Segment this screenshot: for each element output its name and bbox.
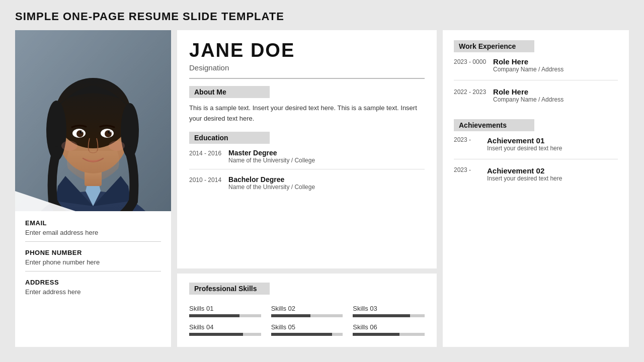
work-dates-0: 2023 - 0000: [454, 57, 486, 73]
resume-page: SIMPLE ONE-PAGE RESUME SLIDE TEMPLATE: [0, 0, 644, 362]
achievement-item-0: 2023 - Achievement 01 Insert your desire…: [454, 136, 618, 159]
edu-details-1: Bachelor Degree Name of the University /…: [228, 175, 315, 191]
achievement-title-0: Achievement 01: [487, 136, 562, 145]
profile-photo-area: [15, 30, 171, 211]
skill-item-5: Skills 06: [353, 323, 425, 336]
mid-top-panel: JANE DOE Designation About Me This is a …: [177, 30, 437, 268]
skill-item-2: Skills 03: [353, 305, 425, 317]
address-item: ADDRESS Enter address here: [25, 279, 161, 301]
edu-degree-1: Bachelor Degree: [228, 175, 315, 184]
edu-dates-1: 2010 - 2014: [189, 175, 221, 191]
skill-bar-fill-0: [189, 314, 239, 317]
work-dates-1: 2022 - 2023: [454, 87, 486, 103]
skill-bar-bg-4: [271, 333, 343, 336]
work-company-0: Company Name / Address: [493, 66, 564, 73]
skills-header: Professional Skills: [189, 283, 270, 295]
skill-item-1: Skills 02: [271, 305, 343, 317]
edu-school-0: Name of the University / College: [228, 157, 315, 164]
achievements-header: Achievements: [454, 119, 534, 131]
skill-name-4: Skills 05: [271, 323, 343, 331]
education-item-1: 2010 - 2014 Bachelor Degree Name of the …: [189, 175, 425, 196]
skill-bar-bg-5: [353, 333, 425, 336]
address-value: Enter address here: [25, 288, 161, 296]
work-details-0: Role Here Company Name / Address: [493, 57, 564, 73]
education-header: Education: [189, 132, 270, 144]
skill-name-0: Skills 01: [189, 305, 261, 312]
svg-point-20: [61, 141, 77, 151]
phone-value: Enter phone number here: [25, 258, 161, 266]
edu-details-0: Master Degree Name of the University / C…: [228, 149, 315, 164]
skill-item-0: Skills 01: [189, 305, 261, 317]
work-details-1: Role Here Company Name / Address: [493, 87, 564, 103]
work-item-0: 2023 - 0000 Role Here Company Name / Add…: [454, 57, 618, 80]
phone-item: PHONE NUMBER Enter phone number here: [25, 249, 161, 272]
svg-point-14: [76, 130, 84, 137]
skill-name-1: Skills 02: [271, 305, 343, 312]
resume-name: JANE DOE: [189, 40, 425, 61]
profile-photo: [15, 30, 171, 211]
address-label: ADDRESS: [25, 279, 161, 286]
skills-grid: Skills 01 Skills 02 Skills 03 Skills 04 …: [189, 305, 425, 338]
achievement-title-1: Achievement 02: [487, 166, 562, 175]
contact-info: EMAIL Enter email address here PHONE NUM…: [15, 211, 171, 347]
education-item-0: 2014 - 2016 Master Degree Name of the Un…: [189, 149, 425, 169]
edu-dates-0: 2014 - 2016: [189, 149, 221, 164]
edu-degree-0: Master Degree: [228, 149, 315, 157]
resume-designation: Designation: [189, 63, 425, 72]
achievements-section: Achievements 2023 - Achievement 01 Inser…: [454, 119, 618, 189]
achievements-list: 2023 - Achievement 01 Insert your desire…: [454, 136, 618, 189]
svg-point-18: [82, 131, 83, 132]
achievement-date-1: 2023 -: [454, 166, 480, 182]
skill-bar-bg-3: [189, 333, 261, 336]
skill-bar-fill-5: [353, 333, 399, 336]
email-item: EMAIL Enter email address here: [25, 219, 161, 242]
achievement-details-0: Achievement 01 Insert your desired text …: [487, 136, 562, 152]
achievement-details-1: Achievement 02 Insert your desired text …: [487, 166, 562, 182]
work-list: 2023 - 0000 Role Here Company Name / Add…: [454, 57, 618, 110]
achievement-item-1: 2023 - Achievement 02 Insert your desire…: [454, 166, 618, 189]
achievement-desc-1: Insert your desired text here: [487, 175, 562, 182]
about-header: About Me: [189, 86, 270, 98]
main-layout: EMAIL Enter email address here PHONE NUM…: [15, 30, 629, 347]
achievement-date-0: 2023 -: [454, 136, 480, 152]
work-company-1: Company Name / Address: [493, 96, 564, 103]
skill-bar-bg-0: [189, 314, 261, 317]
svg-point-15: [105, 130, 112, 137]
work-section: Work Experience 2023 - 0000 Role Here Co…: [454, 40, 618, 110]
phone-label: PHONE NUMBER: [25, 249, 161, 256]
work-role-1: Role Here: [493, 87, 564, 96]
work-role-0: Role Here: [493, 57, 564, 66]
edu-school-1: Name of the University / College: [228, 184, 315, 191]
left-column: EMAIL Enter email address here PHONE NUM…: [15, 30, 171, 347]
skill-item-3: Skills 04: [189, 323, 261, 336]
skill-name-3: Skills 04: [189, 323, 261, 331]
svg-point-21: [109, 141, 125, 151]
middle-column: JANE DOE Designation About Me This is a …: [177, 30, 437, 347]
skill-name-2: Skills 03: [353, 305, 425, 312]
svg-point-19: [110, 131, 111, 132]
page-title: SIMPLE ONE-PAGE RESUME SLIDE TEMPLATE: [15, 10, 629, 23]
right-column: Work Experience 2023 - 0000 Role Here Co…: [443, 30, 629, 347]
skill-item-4: Skills 05: [271, 323, 343, 336]
name-area: JANE DOE Designation: [189, 40, 425, 79]
skills-panel: Professional Skills Skills 01 Skills 02 …: [177, 274, 437, 347]
education-list: 2014 - 2016 Master Degree Name of the Un…: [189, 149, 425, 196]
skill-bar-fill-4: [271, 333, 332, 336]
achievement-desc-0: Insert your desired text here: [487, 145, 562, 152]
skill-bar-fill-1: [271, 314, 310, 317]
about-text: This is a sample text. Insert your desir…: [189, 103, 425, 124]
skill-bar-fill-2: [353, 314, 410, 317]
email-value: Enter email address here: [25, 229, 161, 236]
skill-name-5: Skills 06: [353, 323, 425, 331]
skill-bar-bg-2: [353, 314, 425, 317]
work-item-1: 2022 - 2023 Role Here Company Name / Add…: [454, 87, 618, 110]
work-header: Work Experience: [454, 40, 534, 52]
skill-bar-fill-3: [189, 333, 243, 336]
skill-bar-bg-1: [271, 314, 343, 317]
email-label: EMAIL: [25, 219, 161, 227]
